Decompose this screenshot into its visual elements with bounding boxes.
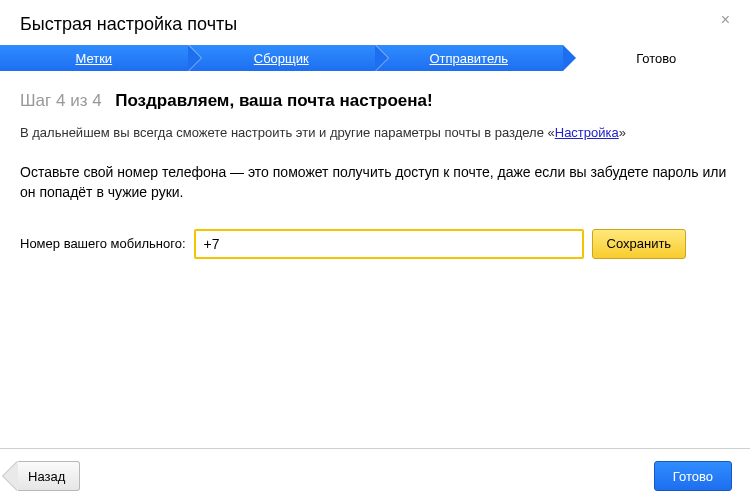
step-done: Готово: [563, 45, 751, 71]
done-button[interactable]: Готово: [654, 461, 732, 491]
desc-text: В дальнейшем вы всегда сможете настроить…: [20, 125, 555, 140]
close-icon[interactable]: ×: [721, 12, 730, 28]
step-number: Шаг 4 из 4: [20, 91, 102, 110]
desc-text: »: [619, 125, 626, 140]
description: В дальнейшем вы всегда сможете настроить…: [20, 125, 730, 140]
step-heading: Шаг 4 из 4 Поздравляем, ваша почта настр…: [20, 91, 730, 111]
phone-input[interactable]: [194, 229, 584, 259]
back-label: Назад: [28, 469, 65, 484]
dialog-title: Быстрая настройка почты: [20, 14, 237, 35]
content: Шаг 4 из 4 Поздравляем, ваша почта настр…: [0, 71, 750, 259]
step-sender[interactable]: Отправитель: [375, 45, 563, 71]
step-bar: Метки Сборщик Отправитель Готово: [0, 45, 750, 71]
step-labels[interactable]: Метки: [0, 45, 188, 71]
step-collector[interactable]: Сборщик: [188, 45, 376, 71]
step-label: Готово: [636, 51, 676, 66]
step-label: Сборщик: [254, 51, 309, 66]
phone-row: Номер вашего мобильного: Сохранить: [20, 229, 730, 259]
step-label: Отправитель: [429, 51, 508, 66]
settings-link[interactable]: Настройка: [555, 125, 619, 140]
step-title: Поздравляем, ваша почта настроена!: [115, 91, 432, 110]
step-label: Метки: [75, 51, 112, 66]
phone-label: Номер вашего мобильного:: [20, 236, 186, 251]
chevron-left-icon: [3, 461, 18, 491]
save-button[interactable]: Сохранить: [592, 229, 687, 259]
dialog-footer: Назад Готово: [0, 448, 750, 503]
back-button[interactable]: Назад: [18, 461, 80, 491]
dialog-header: Быстрая настройка почты ×: [0, 0, 750, 45]
phone-description: Оставьте свой номер телефона — это помож…: [20, 162, 730, 203]
wizard-dialog: Быстрая настройка почты × Метки Сборщик …: [0, 0, 750, 503]
